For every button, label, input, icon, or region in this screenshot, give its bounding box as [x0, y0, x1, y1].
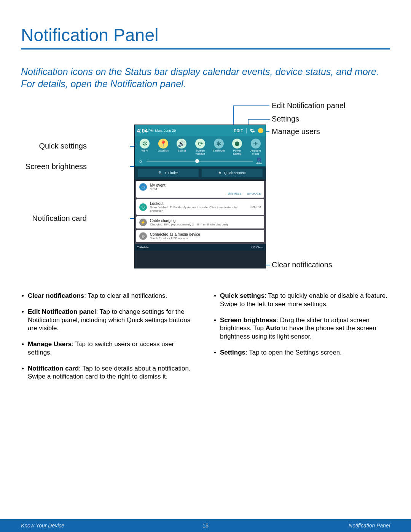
qs-icon: ⟳	[195, 139, 205, 149]
carrier-name: T-Mobile	[137, 246, 149, 249]
footer-section: Know Your Device	[21, 522, 97, 529]
qs-tile[interactable]: 🔊Sound	[172, 139, 191, 155]
qs-label: Screen rotation	[196, 149, 205, 155]
status-ampm: PM	[148, 129, 154, 133]
bullet-item: Clear notifications: Tap to clear all no…	[21, 292, 198, 300]
card-title: Connected as a media device	[150, 232, 261, 236]
card-subtitle: 3 PM	[150, 187, 261, 191]
callout-brightness: Screen brightness	[25, 162, 87, 171]
qs-icon: 🔊	[177, 139, 186, 149]
bullet-item: Quick settings: Tap to quickly enable or…	[213, 292, 390, 308]
qs-label: Location	[158, 149, 169, 152]
notification-card[interactable]: 🛡LookoutScan finished: T-Mobile My Accou…	[136, 199, 264, 215]
page-footer: Know Your Device 15 Notification Panel	[0, 519, 411, 532]
card-icon: ▭	[139, 183, 147, 191]
card-title: Cable charging	[150, 219, 261, 223]
qs-label: Airplane mode	[250, 149, 261, 155]
qs-icon: ✲	[140, 139, 150, 149]
star-icon: ✱	[218, 171, 221, 175]
status-date: Mon, June 29	[155, 129, 176, 133]
qs-tile[interactable]: ⬢Power saving	[228, 139, 247, 155]
quick-settings-row[interactable]: ✲Wi-Fi📍Location🔊Sound⟳Screen rotation✱Bl…	[135, 136, 266, 156]
edit-button[interactable]: EDIT	[234, 129, 243, 133]
qs-label: Wi-Fi	[142, 149, 148, 152]
qs-tile[interactable]: ✲Wi-Fi	[135, 139, 154, 155]
qs-icon: ✱	[214, 139, 224, 149]
gear-icon[interactable]	[250, 128, 255, 133]
phone-mock: 4:04 PM Mon, June 29 EDIT ✲Wi-Fi📍Locatio…	[135, 125, 266, 268]
bullet-item: Manage Users: Tap to switch users or acc…	[21, 340, 198, 357]
footer-page-number: 15	[97, 522, 314, 529]
notification-list: ▭My event3 PMDISMISSSNOOZE🛡LookoutScan f…	[135, 181, 266, 244]
diagram: Edit Notification panel Settings Manage …	[21, 101, 390, 276]
qs-tile[interactable]: ✈Airplane mode	[246, 139, 265, 155]
card-subtitle: Scan finished: T-Mobile My Account is sa…	[150, 206, 247, 212]
qs-tile[interactable]: ✱Bluetooth	[209, 139, 228, 155]
page-title: Notification Panel	[21, 25, 390, 45]
quick-connect-button[interactable]: ✱Quick connect	[202, 169, 263, 177]
qs-tile[interactable]: 📍Location	[154, 139, 173, 155]
bullet-item: Screen brightness: Drag the slider to ad…	[213, 316, 390, 341]
card-action[interactable]: DISMISS	[228, 192, 242, 195]
notification-card[interactable]: ⎋Connected as a media deviceTouch for ot…	[136, 230, 264, 242]
qs-tile[interactable]: ⟳Screen rotation	[191, 139, 210, 155]
brightness-auto[interactable]: ✓ Auto	[256, 158, 262, 165]
qs-label: Power saving	[233, 149, 241, 155]
notification-card[interactable]: ⚡Cable chargingCharging: 87% (Approximat…	[136, 216, 264, 228]
bullet-item: Settings: Tap to open the Settings scree…	[213, 348, 390, 357]
bullet-item: Notification card: Tap to see details ab…	[21, 364, 198, 381]
brightness-row[interactable]: ☼ ✓ Auto	[135, 156, 266, 166]
search-icon: 🔍	[158, 171, 162, 175]
callout-edit: Edit Notification panel	[272, 101, 345, 110]
brightness-icon: ☼	[139, 158, 143, 164]
sfinder-button[interactable]: 🔍S Finder	[138, 169, 199, 177]
brightness-slider[interactable]	[147, 161, 253, 161]
card-title: Lookout	[150, 201, 247, 206]
callout-settings: Settings	[272, 115, 299, 123]
card-subtitle: Touch for other USB options.	[150, 236, 261, 240]
status-bar: 4:04 PM Mon, June 29 EDIT	[135, 125, 266, 136]
brightness-auto-label: Auto	[256, 162, 262, 165]
callout-clear: Clear notifications	[272, 260, 332, 269]
description-columns: Clear notifications: Tap to clear all no…	[21, 292, 390, 388]
card-icon: ⎋	[139, 232, 147, 240]
card-icon: 🛡	[139, 203, 147, 211]
clear-button[interactable]: ⌫ Clear	[251, 246, 263, 249]
qs-icon: ✈	[251, 139, 261, 149]
intro-text: Notification icons on the Status bar dis…	[21, 66, 390, 90]
card-title: My event	[150, 183, 261, 187]
qs-label: Bluetooth	[213, 149, 225, 152]
carrier-bar: T-Mobile ⌫ Clear	[135, 244, 266, 251]
footer-topic: Notification Panel	[314, 522, 390, 529]
card-subtitle: Charging: 87% (Approximately 2 h 8 m unt…	[150, 223, 261, 226]
card-icon: ⚡	[139, 219, 147, 226]
callout-card: Notification card	[32, 214, 87, 223]
avatar-icon[interactable]	[258, 128, 263, 133]
qs-icon: 📍	[158, 139, 168, 149]
callout-manage-users: Manage users	[272, 127, 320, 136]
bullet-item: Edit Notification panel: Tap to change s…	[21, 308, 198, 332]
qs-icon: ⬢	[232, 139, 242, 149]
card-action[interactable]: SNOOZE	[247, 192, 261, 195]
card-time: 3:26 PM	[250, 205, 261, 209]
qs-label: Sound	[178, 149, 186, 152]
title-rule	[21, 48, 390, 50]
notification-card[interactable]: ▭My event3 PMDISMISSSNOOZE	[136, 181, 264, 198]
status-time: 4:04	[137, 128, 148, 134]
callout-quick-settings: Quick settings	[39, 142, 87, 150]
